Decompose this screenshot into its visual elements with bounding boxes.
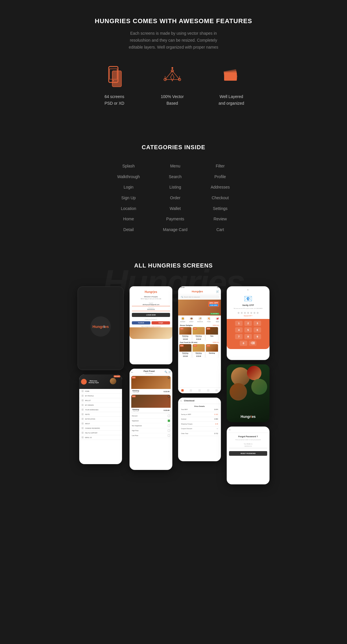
fast-badge-1: NEW <box>180 345 184 347</box>
login-subtitle: We're happy to see you on this side <box>130 298 172 301</box>
home-search[interactable]: 🔍 Search dish & restaurant <box>180 295 219 299</box>
category-item: Profile <box>211 173 230 181</box>
back-arrow-icon[interactable]: ← <box>131 370 134 374</box>
cart-icon[interactable]: 🛒 <box>168 371 171 373</box>
fastfood-view-all[interactable]: VIEW ALL <box>213 342 219 343</box>
col-3: 4:29 PM 22% Hungries 🛒 🔍 Search dish & r… <box>178 286 221 461</box>
cat-burger: 🍔 BURGER <box>179 317 186 322</box>
sidebar-username: Welcome,Akshay Syal <box>88 380 99 383</box>
category-item: Review <box>211 215 230 223</box>
tab-profile[interactable] <box>207 389 209 392</box>
fast-info-2: Ralsking Fast Food $ 22.00 <box>193 352 205 358</box>
create-account-link[interactable]: Create an account <box>151 326 160 327</box>
dinner-info-3: Rals <box>206 335 218 337</box>
status-time: 4:29 PM <box>180 287 184 288</box>
cat-donut-label: DONUT <box>189 321 193 322</box>
otp-dot-1 <box>238 312 239 314</box>
forgot-reset-button[interactable]: RESET PASSWORD <box>229 451 267 456</box>
filter-checkbox-veg[interactable] <box>168 420 170 422</box>
keypad-8[interactable]: 8 <box>244 334 252 339</box>
dinner-img-2: NEW <box>193 327 205 335</box>
sidebar-menu-item[interactable]: YOUR ADDRESSES <box>79 407 122 412</box>
otp-inner: ← 📧 Verify OTP We have sent an OTP on yo… <box>227 286 270 360</box>
sidebar-item-label: YOUR ADDRESSES <box>85 409 98 411</box>
filter-checkbox-nonveg[interactable] <box>168 425 170 427</box>
otp-back[interactable]: ← <box>227 286 270 293</box>
sidebar-item-icon <box>82 395 84 397</box>
tab-orders[interactable] <box>190 389 192 392</box>
close-icon[interactable]: ✕ <box>168 377 170 379</box>
fast-card-2: NEW Ralsking Fast Food $ 22.00 <box>193 344 205 358</box>
fast-img-2: NEW <box>193 344 205 352</box>
sidebar-menu-item[interactable]: MY ORDERS <box>79 403 122 407</box>
home-tab-icon <box>181 389 184 392</box>
keypad-4[interactable]: 4 <box>235 327 243 333</box>
feature-screens: 64 screens PSD or XD <box>103 65 126 106</box>
facebook-login-button[interactable]: Facebook <box>132 321 150 324</box>
sidebar-menu-item[interactable]: CHANGE PASSWORD <box>79 426 122 431</box>
home-categories: 🍔 BURGER 🍩 DONUT 🍜 NOODLES 🍕 <box>178 315 221 324</box>
sidebar-item-icon <box>82 422 84 425</box>
dinner-view-all[interactable]: VIEW ALL <box>213 324 219 326</box>
sidebar-promo-badge: 30% OFF <box>114 375 120 377</box>
sidebar-item-label: NOTIFICATION <box>85 418 95 420</box>
social-buttons: Facebook Google <box>132 321 170 324</box>
filter-checkbox-discount[interactable] <box>168 415 170 417</box>
listing-img-1: ✕ NEW <box>131 376 171 389</box>
tab-home[interactable] <box>181 389 184 392</box>
tab-wishlist[interactable] <box>198 389 201 392</box>
filter-checkbox-high[interactable] <box>168 429 170 432</box>
screens-container: Hungries Welcome,Akshay Syal 30% OFF <box>6 286 341 484</box>
forgot-screen: ← Forgot Password ? Enter your phone num… <box>227 427 270 484</box>
category-item: Detail <box>117 226 140 234</box>
google-login-button[interactable]: Google <box>152 321 170 324</box>
login-button[interactable]: LOGIN NOW <box>132 313 170 317</box>
sidebar-menu-item[interactable]: NOTIFICATION <box>79 417 122 421</box>
keypad-6[interactable]: 6 <box>254 327 261 333</box>
keypad-0[interactable]: 0 <box>240 341 247 346</box>
home-inner: 4:29 PM 22% Hungries 🛒 🔍 Search dish & r… <box>178 286 221 393</box>
filter-checkbox-low[interactable] <box>168 434 170 437</box>
keypad-9[interactable]: 9 <box>254 334 261 339</box>
dinner-card-2: NEW Ralsking Fast Food $ 22.00 <box>193 327 205 341</box>
home-logo: Hungries <box>180 290 215 293</box>
otp-dot-7 <box>257 312 259 314</box>
checkout-back-arrow[interactable]: ← <box>180 399 183 402</box>
sidebar-item-label: CHANGE PASSWORD <box>85 427 100 429</box>
keypad-2[interactable]: 2 <box>244 321 252 326</box>
feature-screens-label: 64 screens PSD or XD <box>104 93 124 106</box>
keypad-7[interactable]: 7 <box>235 334 243 339</box>
close-icon-2[interactable]: ✕ <box>168 395 170 398</box>
keypad-backspace[interactable]: ⌫ <box>249 341 256 346</box>
otp-resend[interactable]: Resend OTP ? <box>227 315 270 317</box>
sidebar-item-label: MY PROFILE <box>85 395 94 397</box>
keypad-3[interactable]: 3 <box>254 321 261 326</box>
cat-noodles-label: NOODLES <box>197 321 203 322</box>
sidebar-menu-item[interactable]: HELP & SUPPORT <box>79 431 122 435</box>
otp-keypad: 1 2 3 4 5 6 7 8 9 <box>227 319 270 349</box>
keypad-1[interactable]: 1 <box>235 321 243 326</box>
sidebar-menu-item[interactable]: WALLET <box>79 398 122 403</box>
sidebar-menu-item[interactable]: EMAIL US <box>79 435 122 440</box>
home-cart-icon[interactable]: 🛒 <box>216 290 219 293</box>
category-item: Login <box>117 183 140 191</box>
otp-dot-6 <box>254 312 255 314</box>
filter-label-veg: Vegetarian <box>132 420 139 422</box>
otp-screen: ← 📧 Verify OTP We have sent an OTP on yo… <box>227 286 270 360</box>
search-icon-small: 🔍 <box>181 296 183 298</box>
search-icon[interactable]: 🔍 <box>165 371 167 373</box>
checkout-value: — <box>217 428 218 429</box>
fast-info-3: Ralsking <box>206 352 218 355</box>
sidebar-item-icon <box>82 432 84 434</box>
sidebar-menu-item[interactable]: ABOUT <box>79 421 122 426</box>
sidebar-menu-item[interactable]: INVITE <box>79 412 122 417</box>
fastfood-screen: ← Fast Food 237 Dishes 🔍 🛒 ✕ <box>130 369 172 470</box>
sidebar-menu-item[interactable]: HOME <box>79 389 122 394</box>
forgot-back-arrow[interactable]: ← <box>228 428 231 431</box>
phone-icon <box>103 65 126 88</box>
tab-more[interactable] <box>215 389 218 392</box>
sidebar-menu-item[interactable]: MY PROFILE <box>79 394 122 398</box>
sidebar-item-icon <box>82 409 84 411</box>
keypad-5[interactable]: 5 <box>244 327 252 333</box>
food-circle-2 <box>247 366 261 380</box>
